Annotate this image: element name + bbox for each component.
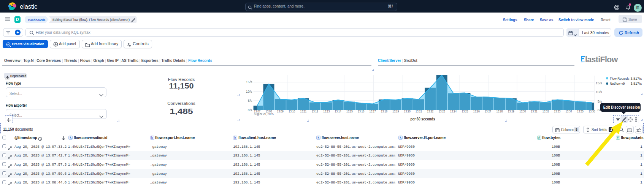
svg-text:13:13: 13:13 bbox=[323, 109, 330, 113]
svg-text:13:23: 13:23 bbox=[439, 109, 445, 113]
svg-text:13:20: 13:20 bbox=[404, 109, 411, 113]
svg-text:13:24: 13:24 bbox=[450, 109, 457, 113]
svg-text:13:26: 13:26 bbox=[473, 109, 480, 113]
svg-text:13:28: 13:28 bbox=[496, 109, 503, 113]
svg-text:5/s: 5/s bbox=[248, 99, 252, 103]
svg-text:13:33: 13:33 bbox=[554, 109, 560, 113]
svg-text:13:21: 13:21 bbox=[416, 109, 422, 113]
svg-text:15/s: 15/s bbox=[246, 80, 252, 84]
svg-text:13:14: 13:14 bbox=[335, 109, 341, 113]
svg-text:13:11: 13:11 bbox=[300, 109, 307, 113]
svg-text:0/s: 0/s bbox=[248, 108, 252, 112]
svg-text:13:32: 13:32 bbox=[542, 109, 549, 113]
svg-text:13:18: 13:18 bbox=[381, 109, 387, 113]
svg-text:13:19: 13:19 bbox=[392, 109, 399, 113]
svg-text:13:16: 13:16 bbox=[358, 109, 364, 113]
svg-text:10/s: 10/s bbox=[246, 90, 252, 93]
svg-text:13:27: 13:27 bbox=[485, 109, 491, 113]
svg-text:13:34: 13:34 bbox=[566, 109, 572, 113]
svg-text:13:12: 13:12 bbox=[312, 109, 318, 113]
svg-text:13:30: 13:30 bbox=[519, 109, 526, 113]
svg-text:13:10: 13:10 bbox=[289, 109, 295, 113]
svg-text:13:25: 13:25 bbox=[462, 109, 468, 113]
svg-text:per 60 seconds: per 60 seconds bbox=[411, 117, 435, 121]
svg-text:13:22: 13:22 bbox=[427, 109, 433, 113]
svg-text:August 20, 2025: August 20, 2025 bbox=[254, 112, 274, 116]
svg-text:13:17: 13:17 bbox=[370, 109, 376, 113]
svg-text:13:09: 13:09 bbox=[277, 109, 284, 113]
svg-text:13:31: 13:31 bbox=[531, 109, 538, 113]
svg-text:13:29: 13:29 bbox=[508, 109, 514, 113]
svg-text:13:15: 13:15 bbox=[346, 109, 353, 113]
